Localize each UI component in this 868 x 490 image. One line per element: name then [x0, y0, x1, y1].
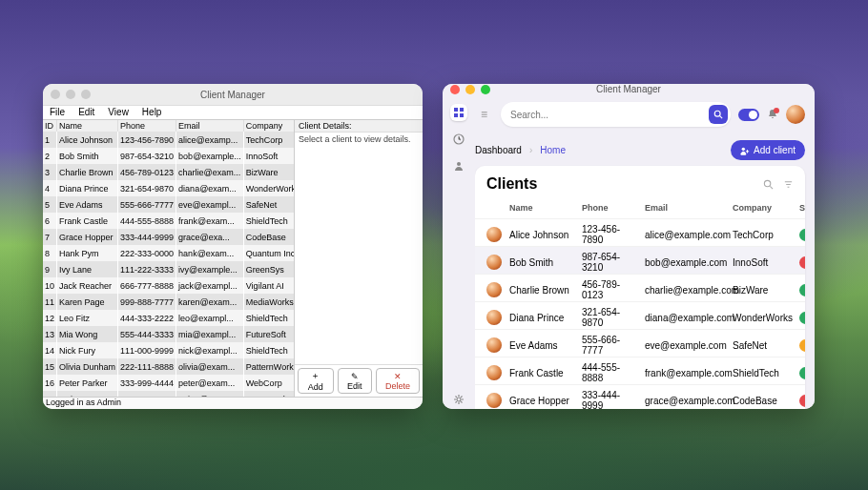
search-go-button[interactable] [709, 105, 728, 124]
table-row[interactable]: 15Olivia Dunham222-111-8888olivia@exam..… [43, 358, 294, 375]
minimize-light[interactable] [66, 90, 75, 99]
menu-view[interactable]: View [101, 106, 135, 119]
col-phone[interactable]: Phone [118, 120, 176, 132]
table-row[interactable]: 2Bob Smith987-654-3210bob@example...Inno… [43, 148, 294, 164]
classic-titlebar: Client Manager [43, 84, 423, 105]
table-row[interactable]: 10Jack Reacher666-777-8888jack@exampl...… [43, 277, 294, 294]
nav-time-icon[interactable] [450, 131, 467, 148]
close-light[interactable] [450, 85, 460, 94]
details-panel: Client Details: Select a client to view … [295, 120, 423, 397]
status-badge: Active [799, 229, 805, 241]
row-avatar [486, 337, 502, 353]
mcol-phone: Phone [582, 203, 639, 213]
col-email[interactable]: Email [176, 120, 244, 132]
zoom-light[interactable] [481, 85, 490, 94]
table-row[interactable]: 4Diana Prince321-654-9870diana@exam...Wo… [43, 180, 294, 196]
svg-point-4 [742, 147, 745, 150]
status-badge: Active [799, 367, 805, 379]
col-name[interactable]: Name [57, 120, 118, 132]
client-row[interactable]: Grace Hopper333-444-9999grace@example.co… [475, 384, 805, 409]
menu-edit[interactable]: Edit [72, 106, 101, 119]
notifications-icon[interactable] [767, 109, 778, 120]
table-row[interactable]: 9Ivy Lane111-222-3333ivy@example...Green… [43, 261, 294, 277]
modern-titlebar: Client Manager [443, 84, 815, 94]
client-row[interactable]: Eve Adams555-666-7777eve@example.comSafe… [475, 329, 805, 357]
client-row[interactable]: Bob Smith987-654-3210bob@example.comInno… [475, 246, 805, 274]
menu-file[interactable]: File [43, 106, 72, 119]
minimize-light[interactable] [465, 85, 475, 94]
crumb-dashboard[interactable]: Dashboard [475, 145, 522, 155]
classic-window-title: Client Manager [200, 90, 265, 100]
svg-point-1 [457, 162, 461, 166]
status-badge: Inactive [799, 395, 805, 407]
table-row[interactable]: 3Charlie Brown456-789-0123charlie@exam..… [43, 164, 294, 180]
close-light[interactable] [51, 90, 60, 99]
svg-point-3 [714, 111, 720, 116]
add-button[interactable]: ＋ Add [298, 368, 334, 394]
client-row[interactable]: Alice Johnson123-456-7890alice@example.c… [475, 218, 805, 246]
table-row[interactable]: 14Nick Fury111-000-9999nick@exampl...Shi… [43, 342, 294, 358]
card-title: Clients [486, 175, 537, 193]
nav-users-icon[interactable] [450, 157, 467, 174]
table-row[interactable]: 12Leo Fitz444-333-2222leo@exampl...Shiel… [43, 310, 294, 326]
status-badge: Inactive [799, 256, 805, 269]
classic-window: Client Manager File Edit View Help IDNam… [43, 84, 423, 409]
classic-menubar: File Edit View Help [43, 105, 423, 120]
window-controls-inactive[interactable] [51, 90, 91, 99]
nav-dashboard-icon[interactable] [450, 104, 467, 121]
menu-help[interactable]: Help [135, 106, 169, 119]
table-row[interactable]: 1Alice Johnson123-456-7890alice@examp...… [43, 132, 294, 148]
theme-toggle[interactable] [738, 109, 759, 121]
table-row[interactable]: 6Frank Castle444-555-8888frank@exam...Sh… [43, 213, 294, 229]
modern-client-table: NamePhoneEmailCompanyStatus Alice Johnso… [475, 198, 805, 409]
table-row[interactable]: 5Eve Adams555-666-7777eve@exampl...SafeN… [43, 196, 294, 213]
window-controls[interactable] [450, 85, 490, 94]
hamburger-icon[interactable]: ≡ [475, 108, 493, 121]
modern-window: Client Manager ≡ [443, 84, 815, 409]
filter-icon[interactable] [783, 179, 794, 190]
mcol-name: Name [509, 203, 576, 213]
status-bar: Logged in as Admin [43, 397, 423, 409]
delete-button[interactable]: ✕ Delete [376, 368, 420, 394]
status-badge: Pending [799, 339, 805, 352]
edit-button[interactable]: ✎ Edit [338, 368, 373, 394]
client-table[interactable]: IDNamePhoneEmailCompanyStatus 1Alice Joh… [43, 120, 294, 397]
table-row[interactable]: 13Mia Wong555-444-3333mia@exampl...Futur… [43, 326, 294, 342]
search-icon[interactable] [763, 179, 774, 190]
details-header: Client Details: [295, 120, 423, 133]
svg-point-5 [764, 180, 770, 186]
mcol-email: Email [645, 203, 727, 213]
crumb-home[interactable]: Home [540, 145, 566, 155]
row-avatar [486, 365, 502, 380]
col-id[interactable]: ID [43, 120, 57, 132]
mcol-status: Status [799, 203, 805, 213]
client-row[interactable]: Frank Castle444-555-8888frank@example.co… [475, 357, 805, 384]
row-avatar [486, 227, 502, 242]
row-avatar [486, 282, 502, 297]
col-company[interactable]: Company [243, 120, 294, 132]
status-badge: Active [799, 312, 805, 324]
table-row[interactable]: 7Grace Hopper333-444-9999grace@exa...Cod… [43, 229, 294, 245]
breadcrumb: Dashboard › Home Add client [475, 140, 805, 160]
svg-point-2 [457, 398, 461, 401]
row-avatar [486, 310, 502, 325]
mcol-company: Company [733, 203, 794, 213]
client-row[interactable]: Diana Prince321-654-9870diana@example.co… [475, 301, 805, 329]
user-avatar[interactable] [786, 105, 805, 124]
modern-window-title: Client Manager [596, 84, 661, 94]
zoom-light[interactable] [81, 90, 91, 99]
add-client-button[interactable]: Add client [731, 140, 805, 160]
client-row[interactable]: Charlie Brown456-789-0123charlie@example… [475, 274, 805, 301]
search-input[interactable] [510, 110, 709, 120]
sidebar-rail [443, 94, 475, 409]
nav-settings-icon[interactable] [450, 391, 467, 408]
search-field[interactable] [501, 102, 731, 127]
table-row[interactable]: 16Peter Parker333-999-4444peter@exam...W… [43, 375, 294, 391]
table-row[interactable]: 11Karen Page999-888-7777karen@exam...Med… [43, 294, 294, 310]
status-badge: Active [799, 284, 805, 296]
row-avatar [486, 393, 502, 408]
table-row[interactable]: 8Hank Pym222-333-0000hank@exam...Quantum… [43, 245, 294, 261]
row-avatar [486, 255, 502, 270]
details-note: Select a client to view details. [295, 133, 423, 364]
